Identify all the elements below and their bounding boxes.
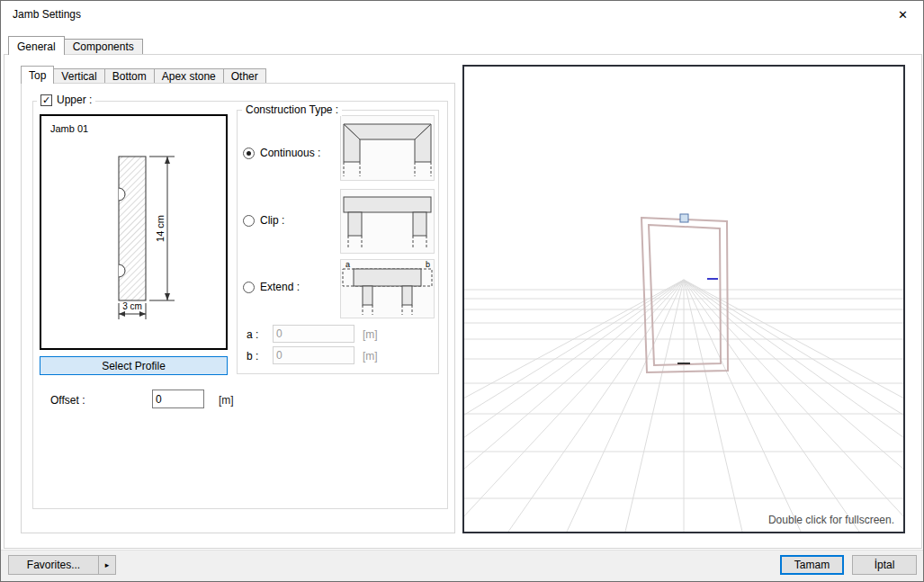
favorites-split-button: Favorites... ▸: [8, 555, 116, 575]
checkmark-icon: ✓: [42, 95, 50, 105]
profile-preview-box: Jamb 01 14 cm 3 cm: [40, 114, 228, 350]
extend-b-input: [273, 346, 354, 364]
radio-clip-circle-icon[interactable]: [243, 215, 255, 227]
radio-extend-circle-icon[interactable]: [243, 282, 255, 293]
position-tabstrip: Top Vertical Bottom Apex stone Other: [21, 66, 266, 84]
subtab-other[interactable]: Other: [223, 68, 266, 83]
extend-a-label: a :: [247, 328, 258, 341]
extend-a-input: [273, 325, 354, 343]
extend-a-unit: [m]: [363, 328, 378, 341]
footer-bar: Favorites... ▸ Tamam İptal: [1, 550, 923, 581]
radio-extend[interactable]: Extend :: [243, 281, 300, 293]
radio-extend-label: Extend :: [260, 281, 300, 293]
3d-grid-scene-icon: [464, 67, 903, 532]
radio-continuous-circle-icon[interactable]: [243, 148, 255, 159]
jamb-settings-dialog: Jamb Settings ✕ General Components Top V…: [0, 0, 924, 582]
subtab-bottom[interactable]: Bottom: [104, 68, 155, 83]
ok-button[interactable]: Tamam: [780, 555, 844, 575]
favorites-button[interactable]: Favorites...: [8, 555, 99, 575]
cancel-button[interactable]: İptal: [852, 555, 917, 575]
fullscreen-hint: Double click for fullscreen.: [768, 514, 894, 526]
frame-top-handle-icon: [680, 214, 688, 222]
radio-clip[interactable]: Clip :: [243, 214, 284, 227]
extend-b-label: b :: [247, 350, 258, 363]
tab-general[interactable]: General: [8, 36, 65, 55]
subtab-apex-stone[interactable]: Apex stone: [154, 68, 224, 83]
profile-drawing-icon: Jamb 01 14 cm 3 cm: [41, 116, 226, 348]
subtab-vertical[interactable]: Vertical: [53, 68, 104, 83]
profile-height-dimension: 14 cm: [155, 215, 166, 242]
close-icon[interactable]: ✕: [883, 1, 923, 29]
extend-b-marker: b: [426, 260, 430, 269]
subtab-top[interactable]: Top: [21, 66, 54, 84]
extend-diagram-icon: a b: [340, 259, 435, 318]
radio-continuous[interactable]: Continuous :: [243, 147, 320, 159]
main-tabstrip: General Components: [8, 36, 143, 55]
construction-type-title: Construction Type :: [242, 103, 342, 116]
radio-clip-label: Clip :: [260, 214, 284, 227]
offset-label: Offset :: [50, 394, 85, 407]
offset-unit: [m]: [219, 394, 234, 407]
window-title: Jamb Settings: [13, 8, 81, 21]
select-profile-button[interactable]: Select Profile: [40, 356, 228, 375]
offset-input[interactable]: [152, 389, 204, 408]
upper-checkbox-row[interactable]: ✓ Upper :: [37, 94, 95, 106]
favorites-expand-arrow-icon[interactable]: ▸: [99, 555, 116, 575]
radio-continuous-label: Continuous :: [260, 147, 320, 159]
clip-diagram-icon: [340, 189, 435, 254]
extend-b-unit: [m]: [363, 350, 378, 363]
titlebar: Jamb Settings ✕: [1, 1, 923, 29]
continuous-diagram-icon: [340, 115, 435, 181]
extend-a-marker: a: [345, 260, 350, 269]
tab-components[interactable]: Components: [64, 39, 143, 54]
profile-width-dimension: 3 cm: [122, 301, 142, 311]
profile-name: Jamb 01: [50, 123, 88, 134]
3d-preview-viewport[interactable]: Double click for fullscreen.: [462, 65, 905, 533]
upper-checkbox[interactable]: ✓: [40, 94, 52, 106]
upper-checkbox-label: Upper :: [57, 94, 92, 106]
